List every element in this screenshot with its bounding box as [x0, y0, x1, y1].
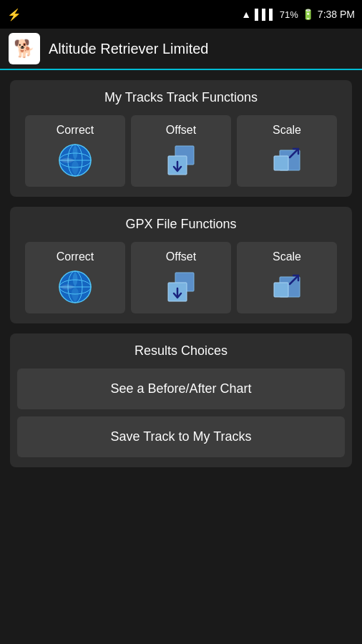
gpx-correct-button[interactable]: Correct — [25, 242, 125, 313]
gpx-offset-icon — [163, 269, 199, 305]
signal-icon: ▌▌▌ — [255, 9, 276, 20]
status-bar: ⚡ ▲ ▌▌▌ 71% 🔋 7:38 PM — [0, 0, 362, 29]
my-tracks-correct-button[interactable]: Correct — [25, 115, 125, 187]
gpx-offset-label: Offset — [166, 250, 196, 263]
wifi-icon: ▲ — [241, 9, 251, 20]
gpx-globe-icon — [57, 269, 93, 305]
globe-icon — [57, 142, 93, 178]
svg-rect-8 — [274, 156, 288, 170]
status-left: ⚡ — [7, 8, 21, 21]
my-tracks-title: My Tracks Track Functions — [17, 90, 345, 105]
my-tracks-offset-button[interactable]: Offset — [131, 115, 231, 187]
battery-percentage: 71% — [280, 9, 298, 20]
app-icon-image: 🐕 — [14, 39, 35, 59]
my-tracks-correct-label: Correct — [57, 124, 94, 137]
gpx-correct-label: Correct — [57, 250, 94, 263]
gpx-title: GPX File Functions — [17, 217, 345, 232]
before-after-chart-label: See a Before/After Chart — [110, 381, 251, 396]
title-bar: 🐕 Altitude Retriever Limited — [0, 29, 362, 70]
time-display: 7:38 PM — [318, 9, 355, 20]
results-title: Results Choices — [17, 343, 345, 358]
save-track-button[interactable]: Save Track to My Tracks — [17, 416, 345, 457]
app-icon: 🐕 — [9, 33, 40, 64]
offset-icon — [163, 142, 199, 178]
gpx-scale-button[interactable]: Scale — [237, 242, 337, 313]
my-tracks-scale-button[interactable]: Scale — [237, 115, 337, 187]
my-tracks-button-grid: Correct Offset — [17, 115, 345, 187]
scale-icon — [269, 142, 305, 178]
gpx-offset-button[interactable]: Offset — [131, 242, 231, 313]
results-section: Results Choices See a Before/After Chart… — [10, 333, 352, 467]
gpx-button-grid: Correct Offset — [17, 242, 345, 313]
my-tracks-offset-label: Offset — [166, 124, 196, 137]
gpx-section: GPX File Functions Correct — [10, 207, 352, 323]
battery-icon: 🔋 — [302, 9, 314, 20]
gpx-scale-icon — [269, 269, 305, 305]
my-tracks-section: My Tracks Track Functions Correct — [10, 80, 352, 197]
gpx-scale-label: Scale — [273, 250, 301, 263]
before-after-chart-button[interactable]: See a Before/After Chart — [17, 369, 345, 409]
app-title: Altitude Retriever Limited — [49, 41, 208, 57]
main-content: My Tracks Track Functions Correct — [0, 70, 362, 477]
my-tracks-scale-label: Scale — [273, 124, 301, 137]
svg-rect-18 — [274, 283, 288, 297]
status-right: ▲ ▌▌▌ 71% 🔋 7:38 PM — [241, 9, 355, 20]
save-track-label: Save Track to My Tracks — [110, 429, 251, 444]
usb-icon: ⚡ — [7, 8, 21, 21]
